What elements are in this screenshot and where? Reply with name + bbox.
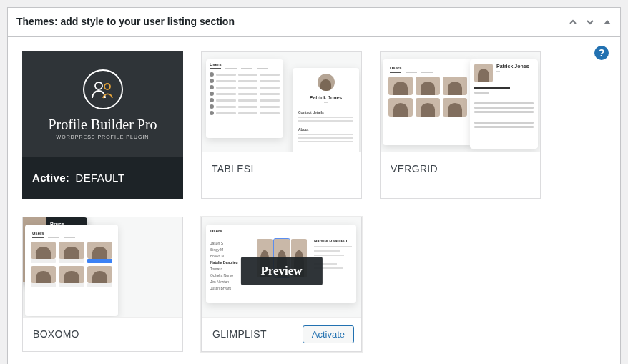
- theme-card-vergrid[interactable]: Users Patrick Jones —: [380, 51, 541, 199]
- toggle-panel-icon[interactable]: [600, 15, 614, 29]
- active-label: Active:: [32, 172, 69, 184]
- theme-name-bar: VERGRID: [381, 152, 540, 186]
- help-icon[interactable]: ?: [594, 46, 609, 60]
- panel-header: Themes: add style to your user listing s…: [8, 8, 620, 37]
- theme-name-bar: GLIMPLIST Activate: [202, 317, 361, 351]
- theme-name: DEFAULT: [76, 172, 125, 184]
- themes-panel: Themes: add style to your user listing s…: [7, 7, 621, 364]
- brand-title: Profile Builder Pro: [48, 117, 157, 133]
- theme-screenshot: Users Patrick Jones —: [381, 52, 540, 152]
- theme-name-bar: TABLESI: [202, 152, 361, 186]
- panel-handle-actions: [566, 15, 620, 29]
- theme-card-glimplist[interactable]: Users Jason S Singy M Brown N Natalie Be…: [201, 217, 362, 352]
- theme-screenshot: Users Bru: [23, 217, 182, 317]
- theme-screenshot: Users Patrick Jones — Con: [202, 52, 361, 152]
- theme-screenshot: Users Jason S Singy M Brown N Natalie Be…: [202, 217, 361, 317]
- theme-name: GLIMPLIST: [212, 328, 267, 340]
- theme-name: BOXOMO: [33, 328, 79, 340]
- theme-name-bar: BOXOMO: [23, 317, 182, 351]
- panel-body: ? Profile Builder Pro: [8, 37, 620, 364]
- move-up-icon[interactable]: [566, 15, 580, 29]
- theme-name: TABLESI: [212, 163, 254, 174]
- theme-screenshot: Profile Builder Pro WORDPRESS PROFILE PL…: [22, 51, 183, 157]
- theme-name-bar: Active: DEFAULT: [22, 157, 183, 199]
- theme-card-boxomo[interactable]: Users Bru: [22, 217, 183, 352]
- svg-point-1: [104, 84, 110, 89]
- profile-builder-logo-icon: [83, 69, 123, 109]
- brand-subtitle: WORDPRESS PROFILE PLUGIN: [57, 134, 149, 139]
- move-down-icon[interactable]: [583, 15, 597, 29]
- svg-point-0: [95, 82, 102, 89]
- theme-card-tablesi[interactable]: Users Patrick Jones — Con: [201, 51, 362, 199]
- theme-card-default-active[interactable]: Profile Builder Pro WORDPRESS PROFILE PL…: [22, 51, 183, 199]
- activate-button[interactable]: Activate: [303, 325, 354, 343]
- panel-title: Themes: add style to your user listing s…: [8, 8, 243, 36]
- themes-grid: Profile Builder Pro WORDPRESS PROFILE PL…: [22, 51, 606, 352]
- theme-name: VERGRID: [391, 163, 438, 174]
